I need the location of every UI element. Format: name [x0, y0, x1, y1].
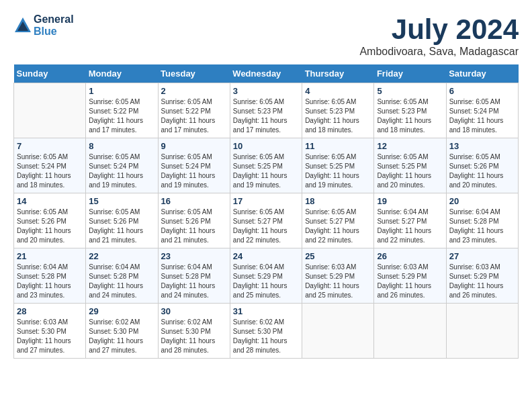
calendar-cell: 13 Sunrise: 6:05 AMSunset: 5:26 PMDaylig…: [446, 138, 518, 193]
day-info: Sunrise: 6:05 AMSunset: 5:24 PMDaylight:…: [17, 152, 83, 190]
day-info: Sunrise: 6:03 AMSunset: 5:30 PMDaylight:…: [17, 318, 83, 355]
location: Ambodivoara, Sava, Madagascar: [359, 46, 519, 58]
day-info: Sunrise: 6:05 AMSunset: 5:26 PMDaylight:…: [449, 152, 515, 190]
day-info: Sunrise: 6:02 AMSunset: 5:30 PMDaylight:…: [89, 318, 154, 355]
calendar-cell: 9 Sunrise: 6:05 AMSunset: 5:24 PMDayligh…: [158, 138, 230, 193]
day-info: Sunrise: 6:04 AMSunset: 5:28 PMDaylight:…: [161, 263, 227, 300]
calendar-cell: 12 Sunrise: 6:05 AMSunset: 5:25 PMDaylig…: [374, 138, 446, 193]
day-info: Sunrise: 6:05 AMSunset: 5:24 PMDaylight:…: [449, 97, 515, 135]
day-info: Sunrise: 6:02 AMSunset: 5:30 PMDaylight:…: [233, 318, 299, 355]
weekday-header: Sunday: [14, 64, 86, 83]
calendar-cell: 7 Sunrise: 6:05 AMSunset: 5:24 PMDayligh…: [14, 138, 86, 193]
day-info: Sunrise: 6:03 AMSunset: 5:29 PMDaylight:…: [377, 263, 443, 300]
day-number: 24: [233, 251, 299, 261]
calendar-week-row: 7 Sunrise: 6:05 AMSunset: 5:24 PMDayligh…: [14, 138, 519, 193]
day-number: 15: [89, 196, 154, 206]
calendar-cell: 20 Sunrise: 6:04 AMSunset: 5:28 PMDaylig…: [446, 193, 518, 248]
day-number: 31: [233, 306, 299, 316]
calendar-cell: 3 Sunrise: 6:05 AMSunset: 5:23 PMDayligh…: [230, 83, 302, 138]
calendar-cell: 10 Sunrise: 6:05 AMSunset: 5:25 PMDaylig…: [230, 138, 302, 193]
day-number: 8: [89, 141, 154, 151]
day-number: 7: [17, 141, 83, 151]
day-info: Sunrise: 6:05 AMSunset: 5:23 PMDaylight:…: [233, 97, 299, 135]
calendar-cell: [374, 304, 446, 359]
logo-icon: [13, 16, 32, 35]
calendar-cell: 11 Sunrise: 6:05 AMSunset: 5:25 PMDaylig…: [302, 138, 374, 193]
calendar-cell: 23 Sunrise: 6:04 AMSunset: 5:28 PMDaylig…: [158, 248, 230, 304]
day-info: Sunrise: 6:05 AMSunset: 5:27 PMDaylight:…: [233, 208, 299, 245]
day-info: Sunrise: 6:04 AMSunset: 5:28 PMDaylight:…: [449, 208, 515, 245]
day-number: 4: [305, 86, 371, 96]
day-number: 22: [89, 251, 154, 261]
calendar-week-row: 21 Sunrise: 6:04 AMSunset: 5:28 PMDaylig…: [14, 248, 519, 304]
day-info: Sunrise: 6:05 AMSunset: 5:23 PMDaylight:…: [305, 97, 371, 135]
calendar-cell: [446, 304, 518, 359]
day-info: Sunrise: 6:05 AMSunset: 5:25 PMDaylight:…: [377, 152, 443, 190]
day-number: 29: [89, 306, 154, 316]
calendar-cell: 5 Sunrise: 6:05 AMSunset: 5:23 PMDayligh…: [374, 83, 446, 138]
day-number: 14: [17, 196, 83, 206]
calendar-cell: [14, 83, 86, 138]
calendar-cell: 4 Sunrise: 6:05 AMSunset: 5:23 PMDayligh…: [302, 83, 374, 138]
day-info: Sunrise: 6:05 AMSunset: 5:26 PMDaylight:…: [17, 208, 83, 245]
day-info: Sunrise: 6:04 AMSunset: 5:29 PMDaylight:…: [233, 263, 299, 300]
day-info: Sunrise: 6:05 AMSunset: 5:25 PMDaylight:…: [305, 152, 371, 190]
calendar-cell: 24 Sunrise: 6:04 AMSunset: 5:29 PMDaylig…: [230, 248, 302, 304]
calendar-cell: 16 Sunrise: 6:05 AMSunset: 5:26 PMDaylig…: [158, 193, 230, 248]
day-info: Sunrise: 6:05 AMSunset: 5:23 PMDaylight:…: [377, 97, 443, 135]
weekday-header: Saturday: [446, 64, 518, 83]
day-info: Sunrise: 6:03 AMSunset: 5:29 PMDaylight:…: [305, 263, 371, 300]
logo: General Blue: [13, 13, 74, 38]
day-number: 1: [89, 86, 154, 96]
calendar-cell: 28 Sunrise: 6:03 AMSunset: 5:30 PMDaylig…: [14, 304, 86, 359]
day-info: Sunrise: 6:02 AMSunset: 5:30 PMDaylight:…: [161, 318, 227, 355]
day-number: 23: [161, 251, 227, 261]
day-info: Sunrise: 6:05 AMSunset: 5:26 PMDaylight:…: [161, 208, 227, 245]
day-number: 28: [17, 306, 83, 316]
calendar-cell: 15 Sunrise: 6:05 AMSunset: 5:26 PMDaylig…: [86, 193, 158, 248]
calendar-cell: [302, 304, 374, 359]
calendar-cell: 26 Sunrise: 6:03 AMSunset: 5:29 PMDaylig…: [374, 248, 446, 304]
day-info: Sunrise: 6:05 AMSunset: 5:26 PMDaylight:…: [89, 208, 154, 245]
logo-line1: General: [34, 13, 74, 26]
day-number: 18: [305, 196, 371, 206]
weekday-header: Thursday: [302, 64, 374, 83]
day-number: 30: [161, 306, 227, 316]
day-number: 9: [161, 141, 227, 151]
calendar-cell: 25 Sunrise: 6:03 AMSunset: 5:29 PMDaylig…: [302, 248, 374, 304]
day-number: 3: [233, 86, 299, 96]
calendar-cell: 27 Sunrise: 6:03 AMSunset: 5:29 PMDaylig…: [446, 248, 518, 304]
weekday-header: Tuesday: [158, 64, 230, 83]
day-info: Sunrise: 6:05 AMSunset: 5:22 PMDaylight:…: [89, 97, 154, 135]
day-number: 20: [449, 196, 515, 206]
day-info: Sunrise: 6:03 AMSunset: 5:29 PMDaylight:…: [449, 263, 515, 300]
calendar-cell: 18 Sunrise: 6:05 AMSunset: 5:27 PMDaylig…: [302, 193, 374, 248]
weekday-header: Wednesday: [230, 64, 302, 83]
calendar-cell: 19 Sunrise: 6:04 AMSunset: 5:27 PMDaylig…: [374, 193, 446, 248]
day-info: Sunrise: 6:04 AMSunset: 5:27 PMDaylight:…: [377, 208, 443, 245]
day-number: 12: [377, 141, 443, 151]
calendar-week-row: 14 Sunrise: 6:05 AMSunset: 5:26 PMDaylig…: [14, 193, 519, 248]
day-number: 17: [233, 196, 299, 206]
calendar-week-row: 28 Sunrise: 6:03 AMSunset: 5:30 PMDaylig…: [14, 304, 519, 359]
day-info: Sunrise: 6:04 AMSunset: 5:28 PMDaylight:…: [17, 263, 83, 300]
day-number: 6: [449, 86, 515, 96]
day-info: Sunrise: 6:05 AMSunset: 5:25 PMDaylight:…: [233, 152, 299, 190]
calendar-cell: 22 Sunrise: 6:04 AMSunset: 5:28 PMDaylig…: [86, 248, 158, 304]
title-section: July 2024 Ambodivoara, Sava, Madagascar: [359, 13, 519, 58]
calendar-cell: 21 Sunrise: 6:04 AMSunset: 5:28 PMDaylig…: [14, 248, 86, 304]
day-number: 10: [233, 141, 299, 151]
day-number: 5: [377, 86, 443, 96]
logo-line2: Blue: [34, 26, 74, 38]
calendar-cell: 2 Sunrise: 6:05 AMSunset: 5:22 PMDayligh…: [158, 83, 230, 138]
calendar-cell: 17 Sunrise: 6:05 AMSunset: 5:27 PMDaylig…: [230, 193, 302, 248]
day-number: 19: [377, 196, 443, 206]
calendar-cell: 30 Sunrise: 6:02 AMSunset: 5:30 PMDaylig…: [158, 304, 230, 359]
day-number: 11: [305, 141, 371, 151]
weekday-header: Monday: [86, 64, 158, 83]
calendar-cell: 14 Sunrise: 6:05 AMSunset: 5:26 PMDaylig…: [14, 193, 86, 248]
day-info: Sunrise: 6:05 AMSunset: 5:24 PMDaylight:…: [161, 152, 227, 190]
calendar-week-row: 1 Sunrise: 6:05 AMSunset: 5:22 PMDayligh…: [14, 83, 519, 138]
calendar-cell: 1 Sunrise: 6:05 AMSunset: 5:22 PMDayligh…: [86, 83, 158, 138]
day-info: Sunrise: 6:05 AMSunset: 5:24 PMDaylight:…: [89, 152, 154, 190]
